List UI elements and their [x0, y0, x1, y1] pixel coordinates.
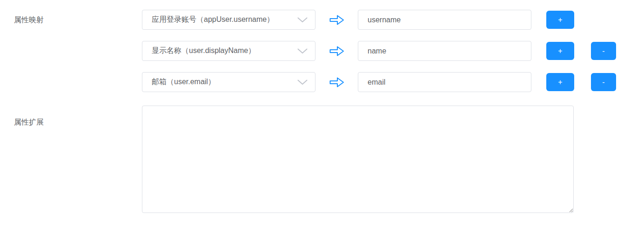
extension-form-row: 属性扩展: [0, 106, 644, 213]
arrow-right-icon: [329, 45, 344, 58]
mapping-arrow-wrap: [315, 41, 358, 61]
mapping-form-row: 属性映射 应用登录账号（appUser.username） +: [0, 10, 644, 103]
target-attribute-input-3[interactable]: [358, 72, 531, 92]
add-mapping-button[interactable]: +: [546, 42, 574, 60]
remove-mapping-button[interactable]: -: [591, 42, 616, 60]
chevron-down-icon: [297, 48, 308, 54]
remove-mapping-button[interactable]: -: [591, 73, 616, 91]
source-attribute-select-1[interactable]: 应用登录账号（appUser.username）: [142, 10, 315, 30]
source-attribute-select-2[interactable]: 显示名称（user.displayName）: [142, 41, 315, 61]
source-attribute-value-1: 应用登录账号（appUser.username）: [152, 15, 274, 25]
mapping-arrow-wrap: [315, 72, 358, 92]
extension-content: [142, 106, 644, 213]
chevron-down-icon: [297, 17, 308, 23]
add-mapping-button[interactable]: +: [546, 11, 574, 29]
attribute-mapping-form: 属性映射 应用登录账号（appUser.username） +: [0, 0, 644, 226]
mapping-row-3: 邮箱（user.email） + -: [142, 72, 644, 92]
arrow-right-icon: [329, 76, 344, 89]
source-attribute-value-3: 邮箱（user.email）: [152, 77, 215, 87]
target-attribute-input-2[interactable]: [358, 41, 531, 61]
source-attribute-select-3[interactable]: 邮箱（user.email）: [142, 72, 315, 92]
mapping-row-2: 显示名称（user.displayName） + -: [142, 41, 644, 61]
target-attribute-input-1[interactable]: [358, 10, 531, 30]
extension-label: 属性扩展: [0, 106, 142, 127]
mapping-row-1: 应用登录账号（appUser.username） +: [142, 10, 644, 30]
arrow-right-icon: [329, 13, 344, 27]
mapping-arrow-wrap: [315, 10, 358, 30]
source-attribute-value-2: 显示名称（user.displayName）: [152, 46, 255, 56]
extension-textarea[interactable]: [142, 106, 574, 213]
mapping-label: 属性映射: [0, 10, 142, 30]
mapping-rows: 应用登录账号（appUser.username） + 显示名称（user.dis…: [142, 10, 644, 103]
add-mapping-button[interactable]: +: [546, 73, 574, 91]
chevron-down-icon: [297, 80, 308, 85]
